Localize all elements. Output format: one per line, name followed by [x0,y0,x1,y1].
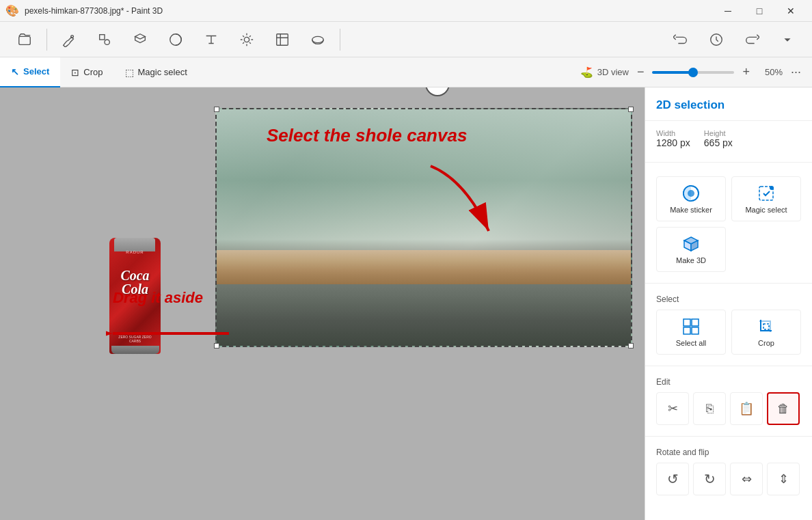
magic-select-panel-icon [757,184,776,203]
select-tab-label: Select [23,66,49,77]
rotation-handle[interactable]: ⟳ [425,87,450,96]
stickers-tool-button[interactable] [159,25,192,55]
svg-rect-6 [277,33,288,45]
svg-rect-2 [100,34,105,39]
stickers-icon [168,32,183,47]
open-tool-button[interactable] [8,25,41,55]
history-button[interactable] [700,25,733,55]
svg-point-1 [71,35,74,38]
mixed-reality-tool-button[interactable] [301,25,334,55]
magic-select-tab-label: Magic select [138,67,187,77]
canvas-image [215,108,632,347]
canvas-image-inner [217,109,631,346]
panel-title: 2D selection [645,87,812,121]
magic-select-panel-button[interactable]: Magic select [731,176,801,221]
dimensions: Width 1280 px Height 665 px [656,129,801,148]
crop-tab[interactable]: ⊡ Crop [60,57,113,87]
crop-panel-button[interactable]: Crop [731,310,801,355]
overflow-icon [780,32,795,47]
crop-tab-label: Crop [83,67,103,77]
rotate-row: ↺ ↻ ⇔ ⇕ [656,463,801,495]
icon-grid-top: Make sticker Magic select [656,176,801,272]
flip-horizontal-button[interactable]: ⇔ [730,463,763,495]
svg-point-5 [244,37,249,42]
toolbar-separator [46,29,47,51]
crop-panel-label: Crop [758,339,774,347]
3dshapes-tool-button[interactable] [124,25,157,55]
2dshapes-icon [97,32,112,47]
ground-decoration [217,284,631,346]
canvas-tool-button[interactable] [266,25,299,55]
select-all-button[interactable]: Select all [656,310,726,355]
rotate-flip-title: Rotate and flip [656,448,801,457]
copy-button[interactable]: ⎘ [693,392,726,425]
magic-select-icon: ⬚ [125,67,134,78]
svg-rect-16 [684,319,690,326]
open-icon [17,32,32,47]
app-icon: 🎨 [5,4,19,17]
zoom-plus-button[interactable]: + [740,65,753,79]
rotate-left-button[interactable]: ↺ [656,463,689,495]
undo-button[interactable] [664,25,697,55]
overflow-button[interactable] [771,25,804,55]
svg-rect-0 [19,36,31,44]
flag-icon: ⛳ [580,66,593,79]
3dshapes-icon [133,32,148,47]
flip-vertical-button[interactable]: ⇕ [767,463,800,495]
canvas-area[interactable]: RADUR CocaCola ZERO SUGAR ZERO CARBS ⟳ S… [0,87,645,520]
zoom-slider[interactable] [652,71,734,74]
toolbar-sep-2 [340,29,340,51]
make-3d-button[interactable]: Make 3D [656,227,726,272]
svg-point-15 [770,186,774,190]
plank-decoration [217,250,631,284]
more-button[interactable]: ··· [788,65,804,79]
select-tab[interactable]: ↖ Select [0,57,60,87]
paste-button[interactable]: 📋 [730,392,763,425]
dimensions-section: Width 1280 px Height 665 px [645,121,812,159]
history-icon [709,32,724,47]
select-all-label: Select all [676,339,707,347]
rotate-right-button[interactable]: ↻ [693,463,726,495]
sticker-icon [681,184,701,203]
select-icon-grid: Select all Crop [656,310,801,355]
svg-rect-17 [692,319,699,326]
maximize-button[interactable]: □ [744,0,775,22]
edit-section: Edit ✂ ⎘ 📋 🗑 [645,369,812,433]
make-sticker-button[interactable]: Make sticker [656,176,726,221]
mixed-reality-icon [310,32,325,47]
view3d-label: 3D view [597,67,629,77]
zoom-minus-button[interactable]: − [634,65,647,79]
redo-button[interactable] [735,25,768,55]
make-sticker-label: Make sticker [670,206,712,214]
delete-button[interactable]: 🗑 [767,392,800,425]
svg-rect-20 [763,324,769,329]
toolbar [0,22,812,57]
cut-button[interactable]: ✂ [656,392,689,425]
width-value: 1280 px [656,137,690,148]
text-tool-button[interactable] [195,25,228,55]
crop-panel-icon [757,317,776,336]
brushes-tool-button[interactable] [53,25,85,55]
effects-tool-button[interactable] [230,25,263,55]
make-3d-label: Make 3D [676,256,706,264]
actions-section: Make sticker Magic select [645,165,812,280]
selectbar: ↖ Select ⊡ Crop ⬚ Magic select ⛳ 3D view… [0,57,812,87]
can-top [114,238,155,251]
undo-icon [673,32,688,47]
magic-select-tab[interactable]: ⬚ Magic select [114,57,198,87]
minimize-button[interactable]: ─ [712,0,744,22]
effects-icon [239,32,254,47]
rotate-flip-section: Rotate and flip ↺ ↻ ⇔ ⇕ [645,439,812,504]
view3d-button[interactable]: ⛳ 3D view [580,66,629,79]
2dshapes-tool-button[interactable] [88,25,121,55]
divider-3 [645,366,812,366]
width-item: Width 1280 px [656,129,690,148]
select-section-title: Select [656,295,801,304]
titlebar: 🎨 pexels-himkan-877308.jpg* - Paint 3D ─… [0,0,812,22]
redo-icon [744,32,759,47]
select-all-icon [681,317,701,336]
brush-icon [62,32,77,47]
window-title: pexels-himkan-877308.jpg* - Paint 3D [25,6,163,16]
close-button[interactable]: ✕ [775,0,807,22]
svg-rect-18 [684,327,690,334]
